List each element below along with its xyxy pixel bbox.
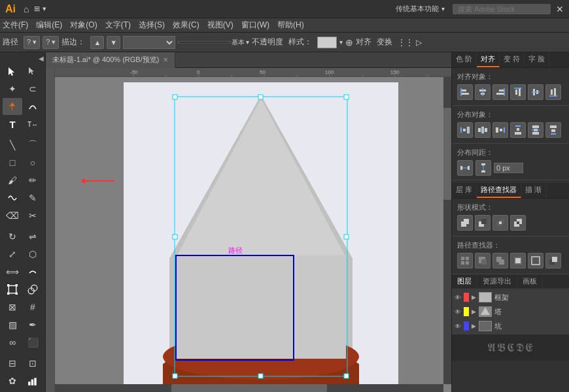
shear-tool-btn[interactable]: ⬡ — [23, 246, 43, 263]
minus-back-btn[interactable] — [545, 253, 561, 269]
align-left-btn[interactable] — [457, 84, 473, 100]
dist-h-space-btn[interactable] — [457, 160, 473, 176]
stock-search-input[interactable] — [453, 4, 551, 14]
selection-tool-btn[interactable] — [3, 63, 22, 80]
toolbar-collapse-btn[interactable]: ◀ — [39, 55, 44, 62]
free-transform-tool-btn[interactable] — [3, 281, 22, 298]
toolbar-expand-btn[interactable]: ▷ — [416, 38, 422, 47]
tab-layers[interactable]: 图层 — [452, 274, 477, 288]
arrange-icon[interactable]: ⊞ ▾ — [34, 5, 46, 13]
field2-btn[interactable]: ? ▾ — [43, 36, 59, 49]
dist-v-space-btn[interactable] — [475, 160, 491, 176]
distrib-hcenter-btn[interactable] — [475, 122, 491, 138]
menu-window[interactable]: 窗口(W) — [241, 20, 269, 31]
distrib-right-btn[interactable] — [492, 122, 508, 138]
scale-tool-btn[interactable]: ⤢ — [3, 246, 22, 263]
brush-tool-btn[interactable]: 🖌 — [3, 172, 22, 189]
home-icon[interactable]: ⌂ — [21, 4, 31, 14]
stroke-down-btn[interactable]: ▼ — [107, 36, 120, 49]
shaper-tool-btn[interactable] — [3, 189, 22, 206]
layer-expand-tower[interactable]: ▶ — [472, 308, 476, 315]
lasso-tool-btn[interactable]: ⊂ — [23, 80, 43, 97]
tab-char[interactable]: 字 脸 — [525, 52, 549, 67]
stroke-dropdown-icon[interactable]: ▾ — [246, 39, 249, 46]
slice-tool-btn[interactable]: ⊟ — [3, 355, 22, 372]
eraser-tool-btn[interactable]: ⌫ — [3, 207, 22, 224]
window-close-button[interactable]: ✕ — [553, 4, 566, 14]
eyedropper-tool-btn[interactable]: ✒ — [23, 316, 43, 333]
ellipse-tool-btn[interactable]: ○ — [23, 154, 43, 171]
magic-wand-tool-btn[interactable]: ✦ — [3, 80, 22, 97]
symbol-sprayer-tool-btn[interactable]: ✿ — [3, 372, 22, 389]
layer-visibility-eye-pit[interactable]: 👁 — [455, 323, 461, 330]
divide-btn[interactable] — [457, 253, 473, 269]
menu-select[interactable]: 选择(S) — [139, 20, 165, 31]
crop-btn[interactable] — [510, 253, 526, 269]
unite-btn[interactable] — [457, 215, 473, 231]
bar-graph-tool-btn[interactable] — [23, 372, 43, 389]
align-bottom-btn[interactable] — [545, 84, 561, 100]
tab-align[interactable]: 对齐 — [477, 52, 500, 67]
tab-artboards[interactable]: 画板 — [517, 274, 543, 288]
intersect-btn[interactable] — [492, 215, 508, 231]
tab-color[interactable]: 色 阶 — [452, 52, 477, 67]
outline-btn[interactable] — [528, 253, 543, 269]
layer-item-tower[interactable]: 👁 ▶ 塔 — [452, 304, 569, 319]
align-hcenter-btn[interactable] — [475, 84, 491, 100]
rotate-tool-btn[interactable]: ↻ — [3, 228, 22, 245]
menu-edit[interactable]: 编辑(E) — [36, 20, 62, 31]
layer-visibility-eye-tower[interactable]: 👁 — [455, 308, 461, 316]
pencil-tool-btn[interactable]: ✎ — [23, 189, 43, 206]
shape-builder-tool-btn[interactable] — [23, 281, 43, 298]
mirror-tool-btn[interactable]: ⇌ — [23, 228, 43, 245]
canvas-tab-close[interactable]: ✕ — [163, 56, 168, 63]
blob-brush-tool-btn[interactable]: ✏ — [23, 172, 43, 189]
workspace-dropdown[interactable]: ▾ — [441, 5, 445, 12]
menu-text[interactable]: 文字(T) — [105, 20, 131, 31]
perspective-tool-btn[interactable]: ⊠ — [3, 299, 22, 316]
menu-effect[interactable]: 效果(C) — [173, 20, 199, 31]
canvas-hscrollbar[interactable] — [55, 384, 443, 392]
menu-object[interactable]: 对象(O) — [70, 20, 97, 31]
menu-file[interactable]: 文件(F) — [3, 20, 28, 31]
menu-help[interactable]: 帮助(H) — [277, 20, 304, 31]
style-swatch[interactable] — [317, 37, 337, 48]
layer-item-pit[interactable]: 👁 ▶ 坑 — [452, 319, 569, 333]
layer-expand-pit[interactable]: ▶ — [472, 323, 476, 329]
stroke-up-btn[interactable]: ▲ — [90, 36, 104, 49]
text-tool-btn[interactable]: T — [3, 116, 22, 133]
globe-icon[interactable]: ⊕ — [345, 37, 353, 48]
distrib-vcenter-btn[interactable] — [528, 122, 543, 138]
canvas-content[interactable]: -50 0 50 100 150 200 — [46, 68, 451, 392]
layer-expand-frame[interactable]: ▶ — [472, 294, 476, 301]
width-tool-btn[interactable]: ⟺ — [3, 263, 22, 280]
mesh-tool-btn[interactable]: # — [23, 299, 43, 316]
clip-mask-tool-btn[interactable]: ⊡ — [23, 355, 43, 372]
field1-btn[interactable]: ? ▾ — [24, 36, 40, 49]
canvas-hscroll-thumb[interactable] — [171, 384, 327, 392]
style-dropdown[interactable]: ▾ — [339, 39, 343, 46]
line-tool-btn[interactable]: ╲ — [3, 137, 22, 154]
merge-btn[interactable] — [492, 253, 508, 269]
menu-view[interactable]: 视图(V) — [207, 20, 233, 31]
minus-front-btn[interactable] — [475, 215, 491, 231]
distrib-top-btn[interactable] — [510, 122, 526, 138]
gradient-tool-btn[interactable]: ▨ — [3, 316, 22, 333]
tab-layers-lib[interactable]: 层 库 — [452, 183, 477, 198]
canvas-vscrollbar[interactable] — [443, 77, 451, 384]
trim-btn[interactable] — [475, 253, 491, 269]
scissors-tool-btn[interactable]: ✂ — [23, 207, 43, 224]
align-top-btn[interactable] — [510, 84, 526, 100]
pen-tool-btn[interactable] — [3, 98, 22, 115]
canvas-viewport[interactable]: 路径 — [55, 77, 443, 384]
layer-visibility-eye-frame[interactable]: 👁 — [455, 294, 461, 301]
arc-tool-btn[interactable]: ⌒ — [23, 137, 43, 154]
tab-stroke-grad[interactable]: 描 渐 — [521, 183, 546, 198]
dist-value-input[interactable] — [494, 163, 523, 173]
tab-pathfinder[interactable]: 路径查找器 — [477, 183, 521, 198]
canvas-vscroll-thumb[interactable] — [443, 108, 451, 200]
canvas-tab[interactable]: 未标题-1.ai* @ 400% (RGB/预览) ✕ — [46, 52, 175, 68]
toolbar-more-btn[interactable]: ⋮⋮ — [398, 38, 413, 47]
tab-assets[interactable]: 资源导出 — [477, 274, 517, 288]
exclude-btn[interactable] — [510, 215, 526, 231]
